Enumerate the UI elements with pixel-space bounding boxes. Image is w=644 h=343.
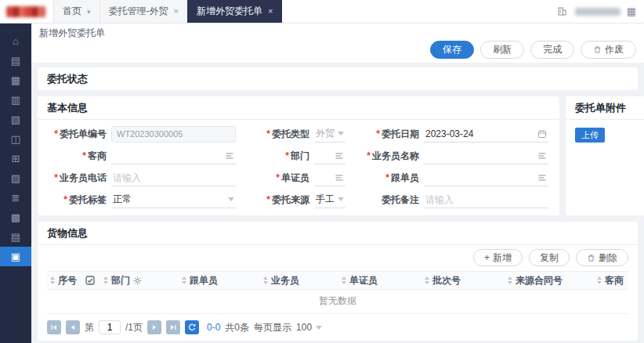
customer-picker[interactable] [111, 147, 236, 164]
tab-new-entrust[interactable]: 新增外贸委托单 × [187, 0, 282, 23]
add-row-button[interactable]: +新增 [473, 249, 523, 266]
last-page-button[interactable] [166, 320, 180, 334]
field-label: 业务员电话 [60, 172, 107, 183]
prev-page-button[interactable] [66, 320, 80, 334]
entrust-remark-input[interactable] [424, 191, 548, 208]
required-marker: * [285, 150, 289, 161]
sidebar-item-5[interactable]: ▧ [0, 110, 31, 129]
sidebar-item-8[interactable]: ▨ [0, 168, 31, 188]
record-total: 共0条 [225, 321, 249, 334]
field-label: 跟单员 [391, 172, 419, 183]
copy-row-button[interactable]: 复制 [529, 249, 570, 266]
salesman-phone-input[interactable] [111, 169, 236, 186]
page-content: 委托状态 基本信息 *委托单编号 *委托类型 [31, 63, 644, 343]
column-header-index[interactable]: 序号 [47, 274, 80, 287]
field-label: 业务员名称 [372, 150, 419, 161]
action-buttons: 保存 刷新 完成 作废 [39, 41, 636, 59]
next-page-button[interactable] [147, 320, 161, 334]
entrust-source-select[interactable]: 手工 [314, 191, 346, 208]
field-entrust-remark: 委托备注 [361, 190, 548, 209]
sidebar-item-2[interactable]: ▤ [0, 51, 31, 70]
required-marker: * [82, 150, 86, 161]
required-marker: * [63, 194, 67, 205]
refresh-button[interactable]: 刷新 [480, 41, 524, 59]
sidebar-item-10[interactable]: ▩ [0, 208, 31, 227]
sidebar-item-9[interactable]: ≣ [0, 188, 31, 208]
close-icon[interactable]: × [268, 7, 273, 16]
sidebar-item-4[interactable]: ▥ [0, 90, 31, 110]
section-title: 基本信息 [38, 96, 559, 120]
gear-icon[interactable] [133, 276, 142, 285]
topbar-right: ▦ [555, 0, 644, 23]
void-button[interactable]: 作废 [581, 41, 636, 59]
close-icon[interactable]: × [174, 7, 179, 16]
tab-label: 委托管理-外贸 [109, 5, 168, 18]
company-icon [557, 6, 567, 16]
department-picker[interactable] [314, 147, 346, 164]
page-input[interactable] [99, 320, 121, 334]
upload-button[interactable]: 上传 [575, 128, 605, 143]
last-page-icon [170, 324, 176, 330]
sidebar-item-3[interactable]: ▦ [0, 70, 31, 90]
tab-home[interactable]: 首页 ▾ [53, 0, 99, 23]
topbar: 首页 ▾ 委托管理-外贸 × 新增外贸委托单 × ▦ [0, 0, 644, 23]
breadcrumb: 新增外贸委托单 [39, 27, 636, 40]
field-entrust-date: *委托日期 2023-03-24 [361, 125, 548, 143]
field-label: 委托备注 [382, 194, 419, 205]
entrust-tag-select[interactable]: 正常 [111, 191, 236, 208]
field-salesman-name: *业务员名称 [361, 146, 548, 165]
sort-icon [597, 276, 602, 284]
entrust-date-input[interactable]: 2023-03-24 [424, 125, 548, 143]
column-header-salesman[interactable]: 业务员 [260, 274, 338, 287]
goods-table-header: 序号 部门 [47, 271, 628, 290]
menu-icon: ⊞ [12, 153, 20, 164]
save-button[interactable]: 保存 [430, 41, 474, 59]
refresh-table-button[interactable] [185, 320, 199, 334]
column-header-merchandiser[interactable]: 跟单员 [179, 274, 260, 287]
apps-menu-icon[interactable]: ▦ [627, 6, 636, 16]
field-customer: *客商 [49, 146, 236, 165]
delete-row-button[interactable]: 删除 [576, 249, 628, 266]
menu-icon: ≣ [12, 192, 20, 204]
tab-label: 新增外贸委托单 [197, 5, 262, 18]
required-marker: * [367, 150, 371, 161]
column-header-documenter[interactable]: 单证员 [338, 274, 421, 287]
tab-bar: 首页 ▾ 委托管理-外贸 × 新增外贸委托单 × [53, 0, 282, 23]
sidebar-item-active[interactable]: ▣ [0, 247, 31, 266]
tab-label: 首页 [63, 5, 81, 18]
entrust-no-input [111, 126, 236, 143]
select-all-checkbox[interactable] [85, 276, 95, 285]
basic-info-form: *委托单编号 *委托类型 外贸 *委 [38, 120, 559, 215]
documenter-picker[interactable] [314, 169, 346, 186]
column-header-source-contract-no[interactable]: 来源合同号 [505, 274, 594, 287]
entrust-type-select[interactable]: 外贸 [314, 125, 346, 143]
merchandiser-picker[interactable] [424, 169, 548, 186]
sidebar-item-6[interactable]: ◫ [0, 129, 31, 149]
required-marker: * [54, 128, 58, 139]
main-area: 新增外贸委托单 保存 刷新 完成 作废 委托状态 [31, 23, 644, 343]
trash-icon [593, 45, 602, 54]
first-page-button[interactable] [47, 320, 61, 334]
field-entrust-source: *委托来源 手工 [251, 190, 346, 209]
complete-button[interactable]: 完成 [530, 41, 574, 59]
menu-icon: ▧ [11, 114, 20, 125]
sidebar-item-7[interactable]: ⊞ [0, 149, 31, 168]
sidebar: ⌂ ▤ ▦ ▥ ▧ ◫ ⊞ ▨ ≣ ▩ ▤ ▣ [0, 23, 31, 343]
sidebar-item-1[interactable]: ⌂ [0, 31, 31, 51]
sidebar-item-11[interactable]: ▤ [0, 227, 31, 247]
field-entrust-no: *委托单编号 [49, 125, 236, 143]
home-icon: ⌂ [13, 35, 19, 47]
column-header-customer[interactable]: 客商 [594, 274, 628, 287]
select-list-icon [537, 151, 547, 161]
refresh-icon [188, 323, 196, 331]
page-header: 新增外贸委托单 保存 刷新 完成 作废 [31, 23, 644, 63]
tab-entrust-management[interactable]: 委托管理-外贸 × [99, 0, 187, 23]
required-marker: * [276, 172, 280, 183]
chevron-down-icon [338, 197, 344, 201]
column-header-department[interactable]: 部门 [100, 274, 179, 287]
column-header-batch-no[interactable]: 批次号 [421, 274, 505, 287]
user-name[interactable] [575, 8, 620, 16]
salesman-name-picker[interactable] [424, 147, 548, 164]
per-page-select[interactable]: 100 [296, 322, 324, 333]
select-list-icon [537, 173, 547, 182]
